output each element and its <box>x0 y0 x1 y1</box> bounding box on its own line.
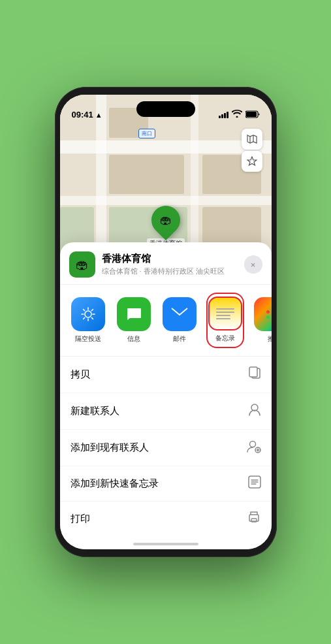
print-icon <box>247 511 261 527</box>
signal-bars <box>219 112 229 118</box>
close-button[interactable]: × <box>244 255 262 274</box>
home-indicator <box>133 543 198 545</box>
airdrop-label: 隔空投送 <box>75 334 101 344</box>
venue-name: 香港体育馆 <box>102 253 244 265</box>
quick-note-icon <box>248 475 261 492</box>
notes-icon <box>208 297 242 330</box>
dot-red <box>266 310 270 314</box>
messages-icon <box>117 297 151 331</box>
bottom-sheet: 🏟 香港体育馆 综合体育馆 · 香港特别行政区 油尖旺区 × 隔空投送 <box>60 242 272 549</box>
pin-icon: 🏟 <box>145 200 185 240</box>
svg-rect-4 <box>60 196 272 205</box>
dynamic-island <box>136 101 195 117</box>
airdrop-icon <box>71 297 105 331</box>
mail-icon <box>163 297 197 331</box>
add-contact-label: 添加到现有联系人 <box>71 442 149 454</box>
signal-bar-1 <box>219 116 221 118</box>
more-label: 推 <box>268 334 272 344</box>
share-item-more[interactable]: 推 <box>252 297 272 344</box>
map-controls <box>242 129 262 172</box>
menu-item-quick-note[interactable]: 添加到新快速备忘录 <box>60 466 272 502</box>
phone-screen: 09:41 ▲ <box>60 95 272 549</box>
svg-rect-3 <box>60 140 272 153</box>
copy-icon <box>248 366 261 383</box>
notes-line-1 <box>216 308 234 310</box>
status-icons <box>219 110 260 120</box>
phone-frame: 09:41 ▲ <box>55 87 277 557</box>
signal-bar-2 <box>221 114 223 118</box>
menu-item-add-contact[interactable]: 添加到现有联系人 <box>60 430 272 466</box>
more-icon <box>254 297 272 331</box>
svg-point-14 <box>85 311 91 317</box>
location-button[interactable] <box>242 151 262 172</box>
more-dots <box>266 310 272 319</box>
location-icon: ▲ <box>95 111 102 119</box>
notes-lines <box>216 308 234 319</box>
home-indicator-area <box>60 536 272 549</box>
dot-green <box>266 315 270 319</box>
add-contact-icon <box>247 439 261 457</box>
pin-inner: 🏟 <box>160 214 172 227</box>
notes-line-4 <box>216 318 230 319</box>
venue-info: 香港体育馆 综合体育馆 · 香港特别行政区 油尖旺区 <box>102 253 244 276</box>
share-item-messages[interactable]: 信息 <box>115 297 153 344</box>
menu-item-print[interactable]: 打印 <box>60 502 272 536</box>
svg-rect-22 <box>249 515 259 521</box>
venue-logo: 🏟 <box>69 251 95 278</box>
svg-point-19 <box>249 442 255 447</box>
svg-rect-1 <box>246 112 257 117</box>
battery-icon <box>245 110 260 120</box>
quick-note-label: 添加到新快速备忘录 <box>71 477 159 490</box>
share-item-mail[interactable]: 邮件 <box>161 297 198 344</box>
entrance-label: 南口 <box>138 129 155 138</box>
share-row: 隔空投送 信息 邮件 <box>60 285 272 357</box>
notes-label: 备忘录 <box>215 334 235 343</box>
mail-label: 邮件 <box>173 334 186 344</box>
venue-subtitle: 综合体育馆 · 香港特别行政区 油尖旺区 <box>102 266 244 276</box>
menu-item-new-contact[interactable]: 新建联系人 <box>60 393 272 430</box>
svg-rect-8 <box>109 155 184 194</box>
new-contact-label: 新建联系人 <box>71 405 119 417</box>
sheet-header: 🏟 香港体育馆 综合体育馆 · 香港特别行政区 油尖旺区 × <box>60 242 272 285</box>
signal-bar-3 <box>224 113 226 118</box>
share-item-airdrop[interactable]: 隔空投送 <box>69 297 107 344</box>
share-item-notes[interactable]: 备忘录 <box>206 293 244 348</box>
notes-line-3 <box>216 315 230 316</box>
print-label: 打印 <box>71 513 90 525</box>
messages-label: 信息 <box>127 334 140 344</box>
wifi-icon <box>232 110 242 120</box>
map-type-button[interactable] <box>242 129 262 150</box>
new-contact-icon <box>248 402 261 420</box>
notes-line-2 <box>216 312 234 313</box>
status-time: 09:41 <box>72 110 93 120</box>
svg-rect-17 <box>249 367 257 377</box>
signal-bar-4 <box>227 112 229 118</box>
copy-label: 拷贝 <box>71 368 90 381</box>
menu-item-copy[interactable]: 拷贝 <box>60 357 272 393</box>
